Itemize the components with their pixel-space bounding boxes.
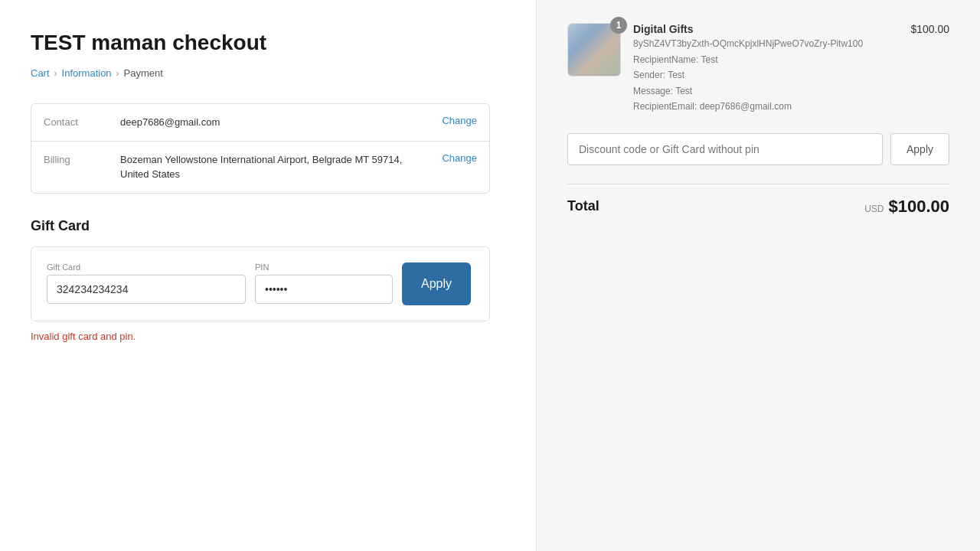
- product-name: Digital Gifts: [633, 23, 898, 35]
- gift-card-section-title: Gift Card: [31, 218, 490, 234]
- contact-label: Contact: [44, 115, 105, 128]
- left-panel: TEST maman checkout Cart › Information ›…: [0, 0, 536, 551]
- gift-card-label: Gift Card: [47, 262, 246, 272]
- product-message: Message: Test: [633, 83, 898, 99]
- billing-value: Bozeman Yellowstone International Airpor…: [120, 152, 426, 182]
- pin-label: PIN: [255, 262, 393, 272]
- product-image-wrap: 1: [567, 23, 621, 77]
- breadcrumb-sep-1: ›: [54, 68, 57, 79]
- total-row: Total USD $100.00: [567, 197, 949, 217]
- billing-label: Billing: [44, 152, 105, 165]
- contact-row: Contact deep7686@gmail.com Change: [31, 104, 489, 141]
- total-price-wrap: USD $100.00: [864, 197, 949, 217]
- pin-input[interactable]: [255, 275, 393, 304]
- total-currency: USD: [864, 204, 884, 214]
- gift-card-input[interactable]: [47, 275, 246, 304]
- billing-change-link[interactable]: Change: [442, 152, 477, 164]
- breadcrumb-cart[interactable]: Cart: [31, 67, 50, 79]
- gift-card-error: Invalid gift card and pin.: [31, 331, 490, 342]
- right-panel: 1 Digital Gifts 8yShZ4VT3byZxth-OQmcKpjx…: [536, 0, 980, 551]
- info-box: Contact deep7686@gmail.com Change Billin…: [31, 103, 490, 194]
- product-recipient-email: RecipientEmail: deep7686@gmail.com: [633, 99, 898, 114]
- total-divider: [567, 184, 949, 184]
- product-item: 1 Digital Gifts 8yShZ4VT3byZxth-OQmcKpjx…: [567, 23, 949, 115]
- discount-row: Apply: [567, 133, 949, 165]
- breadcrumb: Cart › Information › Payment: [31, 67, 490, 79]
- total-amount: $100.00: [888, 197, 949, 217]
- product-meta: RecipientName: Test Sender: Test Message…: [633, 52, 898, 115]
- contact-value: deep7686@gmail.com: [120, 115, 426, 130]
- contact-change-link[interactable]: Change: [442, 115, 477, 126]
- gift-card-field-group: Gift Card: [47, 262, 246, 305]
- discount-input[interactable]: [567, 133, 883, 165]
- gift-card-apply-button[interactable]: Apply: [402, 262, 471, 305]
- breadcrumb-information[interactable]: Information: [62, 67, 112, 79]
- gift-card-box: Gift Card PIN Apply: [31, 246, 490, 321]
- product-price: $100.00: [910, 23, 949, 35]
- discount-apply-button[interactable]: Apply: [890, 133, 949, 165]
- gift-card-fields: Gift Card PIN Apply: [47, 262, 474, 305]
- page-title: TEST maman checkout: [31, 31, 490, 55]
- breadcrumb-sep-2: ›: [116, 68, 119, 79]
- billing-row: Billing Bozeman Yellowstone Internationa…: [31, 141, 489, 193]
- breadcrumb-payment: Payment: [124, 67, 163, 79]
- pin-field-group: PIN: [255, 262, 393, 305]
- product-info: Digital Gifts 8yShZ4VT3byZxth-OQmcKpjxlH…: [633, 23, 898, 115]
- product-recipient-name: RecipientName: Test: [633, 52, 898, 67]
- product-sku: 8yShZ4VT3byZxth-OQmcKpjxlHNjPweO7voZry-P…: [633, 38, 898, 49]
- total-label: Total: [567, 198, 599, 214]
- product-badge: 1: [610, 17, 627, 34]
- product-sender: Sender: Test: [633, 67, 898, 83]
